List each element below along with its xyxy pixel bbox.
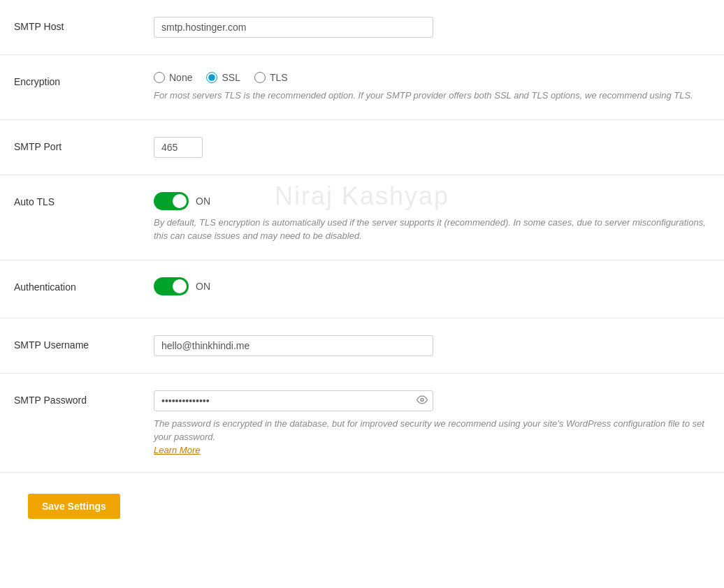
- auto-tls-control: ON By default, TLS encryption is automat…: [154, 192, 710, 243]
- smtp-username-label: SMTP Username: [14, 335, 154, 351]
- eye-icon: [417, 394, 428, 405]
- authentication-row: Authentication ON: [0, 260, 724, 318]
- authentication-control: ON: [154, 277, 710, 301]
- smtp-port-control: [154, 137, 710, 158]
- smtp-username-row: SMTP Username: [0, 318, 724, 374]
- authentication-slider: [154, 277, 189, 295]
- authentication-toggle-wrapper: ON: [154, 277, 710, 295]
- svg-point-0: [421, 398, 423, 401]
- auto-tls-hint: By default, TLS encryption is automatica…: [154, 216, 710, 243]
- smtp-password-label: SMTP Password: [14, 390, 154, 406]
- authentication-toggle[interactable]: [154, 277, 189, 295]
- auto-tls-toggle[interactable]: [154, 192, 189, 210]
- smtp-host-control: [154, 17, 710, 38]
- authentication-toggle-label: ON: [196, 281, 210, 292]
- encryption-option-ssl[interactable]: SSL: [206, 72, 240, 83]
- encryption-hint: For most servers TLS is the recommended …: [154, 89, 710, 103]
- encryption-radio-group: None SSL TLS: [154, 72, 710, 83]
- smtp-username-control: [154, 335, 710, 356]
- encryption-ssl-label: SSL: [222, 72, 240, 83]
- smtp-port-input[interactable]: [154, 137, 203, 158]
- footer-row: Save Settings: [0, 473, 724, 547]
- encryption-control: None SSL TLS For most servers TLS is the…: [154, 72, 710, 103]
- password-visibility-toggle[interactable]: [417, 394, 428, 407]
- smtp-host-label: SMTP Host: [14, 17, 154, 32]
- encryption-radio-none[interactable]: [154, 72, 165, 83]
- smtp-password-row: SMTP Password The password is encrypted …: [0, 374, 724, 473]
- encryption-option-tls[interactable]: TLS: [254, 72, 288, 83]
- auto-tls-slider: [154, 192, 189, 210]
- smtp-port-row: SMTP Port: [0, 120, 724, 175]
- encryption-tls-label: TLS: [270, 72, 288, 83]
- smtp-password-control: The password is encrypted in the databas…: [154, 390, 710, 455]
- encryption-option-none[interactable]: None: [154, 72, 192, 83]
- save-settings-button[interactable]: Save Settings: [28, 494, 120, 519]
- authentication-label: Authentication: [14, 277, 154, 293]
- auto-tls-label: Auto TLS: [14, 192, 154, 207]
- encryption-label: Encryption: [14, 72, 154, 87]
- smtp-username-input[interactable]: [154, 335, 433, 356]
- encryption-none-label: None: [169, 72, 192, 83]
- settings-container: Niraj Kashyap SMTP Host Encryption None …: [0, 0, 724, 588]
- smtp-password-input[interactable]: [154, 390, 433, 411]
- auto-tls-toggle-wrapper: ON: [154, 192, 710, 210]
- smtp-password-hint: The password is encrypted in the databas…: [154, 417, 710, 444]
- password-wrapper: [154, 390, 433, 411]
- encryption-radio-ssl[interactable]: [206, 72, 217, 83]
- smtp-port-label: SMTP Port: [14, 137, 154, 152]
- learn-more-link[interactable]: Learn More: [154, 445, 200, 455]
- auto-tls-row: Auto TLS ON By default, TLS encryption i…: [0, 175, 724, 260]
- encryption-radio-tls[interactable]: [254, 72, 266, 83]
- smtp-host-input[interactable]: [154, 17, 433, 38]
- encryption-row: Encryption None SSL TLS For most servers…: [0, 55, 724, 120]
- auto-tls-toggle-label: ON: [196, 196, 210, 207]
- smtp-host-row: SMTP Host: [0, 0, 724, 55]
